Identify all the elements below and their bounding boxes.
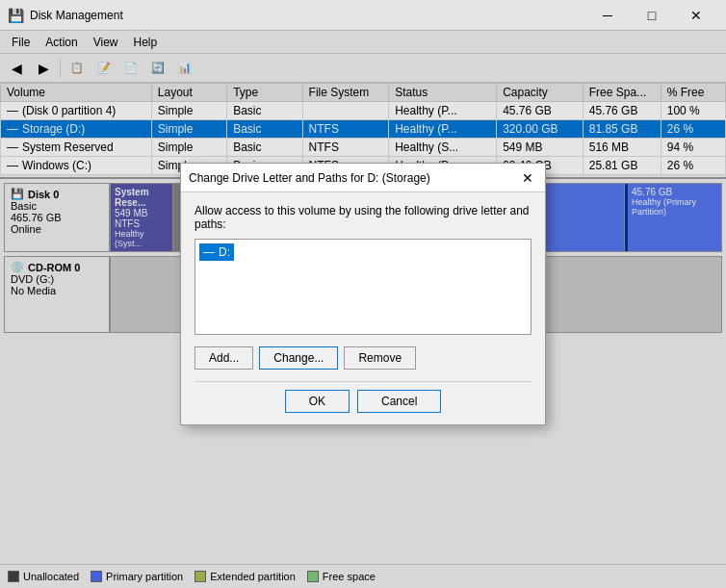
- modal-listbox-item[interactable]: — D:: [199, 243, 234, 261]
- modal-action-buttons: Add... Change... Remove: [194, 346, 532, 370]
- drive-letter: D:: [219, 245, 230, 259]
- modal-description: Allow access to this volume by using the…: [194, 204, 532, 231]
- modal-title-bar: Change Drive Letter and Paths for D: (St…: [181, 164, 545, 192]
- modal-overlay: Change Drive Letter and Paths for D: (St…: [0, 0, 726, 588]
- cancel-button[interactable]: Cancel: [357, 390, 441, 413]
- modal-close-button[interactable]: ✕: [518, 168, 537, 188]
- modal-listbox[interactable]: — D:: [194, 239, 532, 335]
- modal-body: Allow access to this volume by using the…: [181, 192, 545, 424]
- modal-divider: [194, 381, 532, 382]
- modal-ok-cancel: OK Cancel: [194, 386, 532, 413]
- ok-button[interactable]: OK: [285, 390, 350, 413]
- modal-title: Change Drive Letter and Paths for D: (St…: [189, 171, 430, 185]
- add-button[interactable]: Add...: [194, 346, 253, 370]
- change-button[interactable]: Change...: [259, 346, 338, 370]
- drive-arrow-icon: —: [203, 245, 215, 259]
- modal-dialog: Change Drive Letter and Paths for D: (St…: [180, 163, 546, 425]
- remove-button[interactable]: Remove: [344, 346, 416, 370]
